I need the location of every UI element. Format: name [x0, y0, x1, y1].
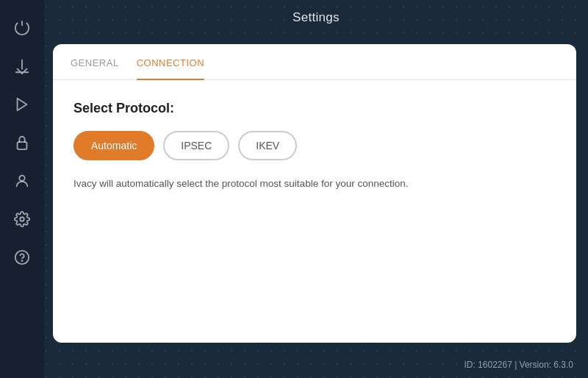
tab-connection[interactable]: CONNECTION — [137, 57, 204, 80]
app-footer: ID: 1602267 | Version: 6.3.0 — [44, 352, 588, 378]
sidebar-item-play[interactable] — [6, 88, 38, 121]
app-container: Settings GENERAL CONNECTION Select Proto… — [0, 0, 588, 378]
protocol-ikev-button[interactable]: IKEV — [238, 131, 297, 160]
svg-point-3 — [20, 217, 24, 221]
tab-bar: GENERAL CONNECTION — [53, 44, 576, 80]
content-area: GENERAL CONNECTION Select Protocol: Auto… — [44, 35, 588, 352]
footer-text: ID: 1602267 | Version: 6.3.0 — [464, 360, 573, 370]
sidebar-item-help[interactable] — [6, 241, 38, 274]
sidebar-item-account[interactable] — [6, 165, 38, 197]
play-icon — [14, 96, 30, 113]
protocol-buttons: Automatic IPSEC IKEV — [74, 131, 556, 160]
account-icon — [14, 173, 30, 189]
svg-marker-0 — [18, 99, 27, 111]
power-icon — [14, 20, 30, 36]
sidebar-item-power[interactable] — [6, 12, 38, 44]
settings-panel: GENERAL CONNECTION Select Protocol: Auto… — [53, 44, 576, 343]
sidebar-item-settings[interactable] — [6, 203, 38, 235]
help-icon — [14, 249, 30, 265]
page-title: Settings — [293, 10, 340, 25]
app-header: Settings — [44, 0, 588, 35]
svg-point-2 — [19, 176, 24, 181]
tab-general[interactable]: GENERAL — [71, 57, 119, 80]
panel-body: Select Protocol: Automatic IPSEC IKEV Iv… — [53, 80, 576, 343]
protocol-ipsec-button[interactable]: IPSEC — [163, 131, 229, 160]
sidebar-item-download[interactable] — [6, 50, 38, 82]
download-icon — [14, 58, 30, 74]
section-title: Select Protocol: — [74, 101, 556, 116]
svg-rect-1 — [18, 142, 27, 149]
gear-icon — [14, 211, 30, 227]
protocol-description: Ivacy will automatically select the prot… — [74, 176, 556, 191]
lock-icon — [14, 135, 30, 151]
protocol-automatic-button[interactable]: Automatic — [74, 131, 154, 160]
sidebar-item-lock[interactable] — [6, 126, 38, 159]
sidebar — [0, 0, 44, 378]
main-content: Settings GENERAL CONNECTION Select Proto… — [44, 0, 588, 378]
